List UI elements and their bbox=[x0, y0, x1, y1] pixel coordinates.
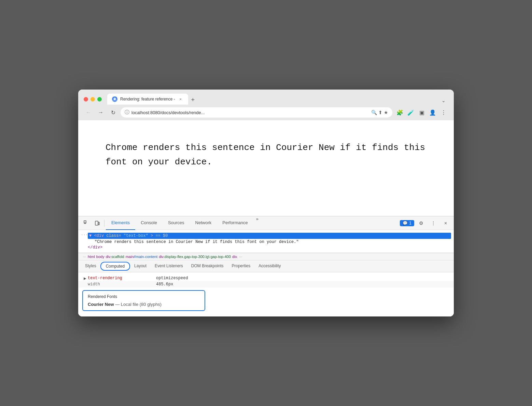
console-badge[interactable]: 💬 1 bbox=[400, 220, 414, 226]
profile-icon[interactable]: 👤 bbox=[428, 108, 437, 117]
dom-breadcrumb: ··· html body div.scaffold main#main-con… bbox=[78, 253, 454, 260]
devtools-icon[interactable]: 🧪 bbox=[406, 108, 416, 117]
devtools-more-button[interactable]: ⋮ bbox=[428, 218, 439, 229]
tab-event-listeners[interactable]: Event Listeners bbox=[151, 261, 187, 271]
browser-toolbar-icons: 🧩 🧪 ▣ 👤 ⋮ bbox=[395, 108, 448, 117]
traffic-lights bbox=[84, 97, 102, 102]
breadcrumb-body[interactable]: body bbox=[96, 255, 104, 259]
tab-layout[interactable]: Layout bbox=[130, 261, 151, 271]
forward-button[interactable]: → bbox=[96, 108, 106, 117]
tab-sources[interactable]: Sources bbox=[163, 216, 190, 230]
extensions-icon[interactable]: 🧩 bbox=[395, 108, 405, 117]
reload-button[interactable]: ↻ bbox=[108, 108, 118, 117]
svg-point-1 bbox=[114, 98, 116, 100]
prop-row-text-rendering: ▶ text-rendering optimizespeed bbox=[78, 275, 454, 281]
font-entry: Courier New — Local file (80 glyphs) bbox=[88, 302, 200, 307]
dom-node-container: ··· ▼ <div class= "text-box" > == $0 "Ch… bbox=[78, 231, 454, 251]
tab-console[interactable]: Console bbox=[135, 216, 163, 230]
breadcrumb-html[interactable]: html bbox=[88, 255, 95, 259]
svg-rect-5 bbox=[98, 222, 99, 225]
prop-name-text-rendering: text-rendering bbox=[88, 276, 156, 281]
back-button[interactable]: ← bbox=[84, 108, 93, 117]
dom-context-dots[interactable]: ··· bbox=[81, 233, 88, 237]
tab-close-button[interactable]: × bbox=[178, 96, 183, 102]
tab-properties[interactable]: Properties bbox=[228, 261, 255, 271]
dom-text-node: "Chrome renders this sentence in Courier… bbox=[95, 240, 299, 244]
page-content: Chrome renders this sentence in Courier … bbox=[78, 120, 454, 216]
tab-title: Rendering: feature reference - bbox=[120, 97, 175, 102]
url-action-icons: 🔍 ⬆ ★ bbox=[371, 110, 388, 115]
url-bar[interactable]: ⓘ localhost:8080/docs/devtools/rende... … bbox=[121, 107, 392, 118]
breadcrumb-ellipsis: ··· bbox=[239, 255, 242, 259]
tab-elements[interactable]: Elements bbox=[106, 216, 135, 230]
prop-name-width: width bbox=[88, 282, 156, 287]
tab-dom-breakpoints[interactable]: DOM Breakpoints bbox=[187, 261, 228, 271]
menu-icon[interactable]: ⋮ bbox=[439, 108, 448, 117]
rendered-fonts-box: Rendered Fonts Courier New — Local file … bbox=[82, 290, 205, 311]
tab-computed[interactable]: Computed bbox=[100, 262, 130, 271]
split-screen-icon[interactable]: ▣ bbox=[417, 108, 426, 117]
prop-row-width: ▶ width 485.6px bbox=[78, 281, 454, 287]
active-tab[interactable]: Rendering: feature reference - × bbox=[107, 94, 188, 105]
dom-closing-tag: </div> bbox=[88, 244, 451, 250]
share-icon[interactable]: ⬆ bbox=[378, 110, 382, 115]
security-icon: ⓘ bbox=[125, 109, 129, 116]
breadcrumb-div-last[interactable]: div. bbox=[232, 255, 238, 259]
selected-dom-node[interactable]: ▼ <div class= "text-box" > == $0 bbox=[88, 233, 451, 239]
url-text: localhost:8080/docs/devtools/rende... bbox=[131, 110, 369, 115]
prop-expand-icon[interactable]: ▶ bbox=[84, 276, 86, 280]
styles-panel-tabs: Styles Computed Layout Event Listeners D… bbox=[78, 260, 454, 272]
bookmark-icon[interactable]: ★ bbox=[384, 110, 388, 115]
title-bar: Rendering: feature reference - × + ⌄ bbox=[78, 90, 454, 105]
devtools-toolbar: Elements Console Sources Network Perform… bbox=[78, 216, 454, 230]
zoom-icon[interactable]: 🔍 bbox=[371, 110, 377, 115]
font-details: — Local file (80 glyphs) bbox=[115, 302, 162, 307]
breadcrumb-main[interactable]: main#main-content bbox=[126, 255, 158, 259]
rendered-fonts-title: Rendered Fonts bbox=[88, 294, 200, 299]
device-toolbar-icon[interactable] bbox=[92, 218, 103, 229]
console-badge-icon: 💬 bbox=[403, 221, 408, 226]
font-name: Courier New bbox=[88, 302, 114, 307]
page-main-text: Chrome renders this sentence in Courier … bbox=[106, 141, 426, 169]
devtools-close-button[interactable]: × bbox=[440, 218, 451, 229]
devtools-right-icons: 💬 1 ⚙ ⋮ × bbox=[400, 218, 451, 229]
address-bar: ← → ↻ ⓘ localhost:8080/docs/devtools/ren… bbox=[78, 105, 454, 120]
prop-value-width: 485.6px bbox=[156, 282, 173, 287]
devtools-tabs: Elements Console Sources Network Perform… bbox=[106, 216, 400, 230]
browser-tabs: Rendering: feature reference - × + ⌄ bbox=[107, 94, 448, 105]
browser-window: Rendering: feature reference - × + ⌄ ← →… bbox=[78, 90, 454, 316]
tag-close: > bbox=[151, 233, 153, 238]
attr-value: "text-box" bbox=[124, 233, 148, 238]
svg-rect-2 bbox=[84, 221, 86, 223]
tab-accessibility[interactable]: Accessibility bbox=[254, 261, 285, 271]
tag-open: ▼ <div bbox=[89, 233, 104, 238]
computed-panel: ▶ text-rendering optimizespeed ▶ width 4… bbox=[78, 272, 454, 316]
breadcrumb-div-flex[interactable]: div.display-flex.gap-top-300.lg\:gap-top… bbox=[159, 255, 231, 259]
tab-expand-button[interactable]: ⌄ bbox=[439, 96, 448, 105]
console-badge-count: 1 bbox=[409, 221, 411, 226]
svg-rect-4 bbox=[95, 221, 98, 225]
tab-styles[interactable]: Styles bbox=[81, 261, 100, 271]
maximize-traffic-light[interactable] bbox=[97, 97, 102, 102]
devtools-panel: Elements Console Sources Network Perform… bbox=[78, 216, 454, 316]
chrome-favicon bbox=[112, 96, 117, 102]
minimize-traffic-light[interactable] bbox=[90, 97, 95, 102]
prop-value-text-rendering: optimizespeed bbox=[156, 276, 188, 281]
tab-performance[interactable]: Performance bbox=[217, 216, 253, 230]
breadcrumb-dots[interactable]: ··· bbox=[81, 255, 88, 259]
elements-panel: ··· ▼ <div class= "text-box" > == $0 "Ch… bbox=[78, 230, 454, 253]
dom-dollar: == $0 bbox=[155, 233, 168, 238]
tab-network[interactable]: Network bbox=[190, 216, 217, 230]
dom-text-content: "Chrome renders this sentence in Courier… bbox=[88, 239, 451, 244]
attr-name: class= bbox=[106, 233, 121, 238]
toolbar-separator bbox=[104, 220, 104, 227]
new-tab-button[interactable]: + bbox=[188, 95, 198, 105]
devtools-settings-button[interactable]: ⚙ bbox=[416, 218, 426, 229]
inspect-element-icon[interactable] bbox=[81, 218, 92, 229]
more-tabs-button[interactable]: » bbox=[253, 216, 261, 230]
close-traffic-light[interactable] bbox=[84, 97, 88, 102]
breadcrumb-div-scaffold[interactable]: div.scaffold bbox=[106, 255, 124, 259]
